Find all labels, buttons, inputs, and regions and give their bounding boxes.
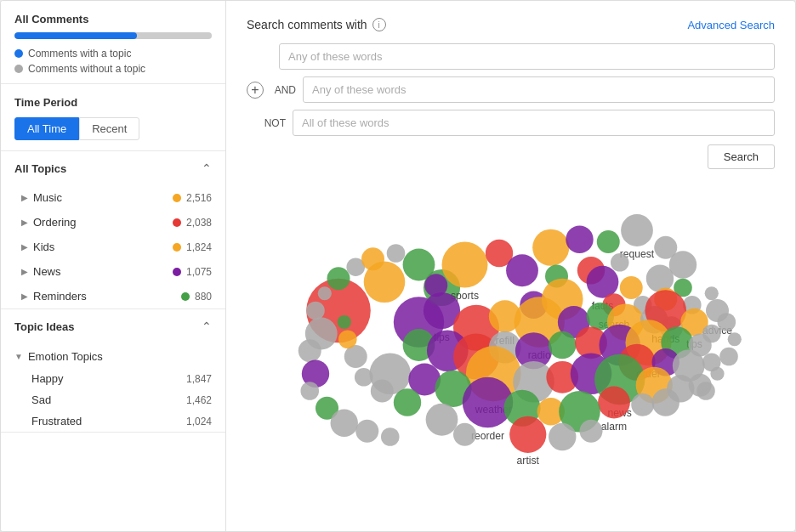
- search-input-3[interactable]: [293, 110, 775, 136]
- topic-right: 880: [181, 291, 212, 303]
- legend: Comments with a topic Comments without a…: [14, 48, 212, 75]
- emotion-sub-count: 1,024: [186, 416, 212, 427]
- svg-point-113: [306, 302, 325, 320]
- search-btn-row: Search: [247, 144, 775, 169]
- topic-arrow-icon: ▶: [21, 291, 28, 301]
- search-button[interactable]: Search: [708, 144, 775, 169]
- bubble-chart: sportsrequestfactssearchadvicetipsrefill…: [247, 176, 775, 514]
- legend-dot-without-topic: [14, 65, 23, 73]
- topic-item[interactable]: ▶ Reminders 880: [1, 284, 225, 308]
- topic-left: ▶ Ordering: [21, 216, 77, 229]
- svg-point-108: [696, 382, 715, 400]
- emotion-sub-name: Frustrated: [31, 415, 82, 427]
- svg-point-111: [728, 332, 742, 346]
- svg-point-18: [587, 266, 619, 298]
- svg-point-117: [361, 247, 384, 270]
- svg-point-88: [509, 416, 546, 453]
- topic-name: Ordering: [33, 216, 77, 229]
- search-input-1[interactable]: [279, 43, 775, 70]
- svg-point-8: [532, 229, 569, 266]
- all-topics-title: All Topics: [14, 162, 66, 175]
- emotion-sub-item[interactable]: Sad 1,462: [1, 389, 225, 410]
- svg-point-96: [355, 368, 373, 387]
- recent-button[interactable]: Recent: [79, 117, 139, 140]
- svg-point-120: [424, 274, 447, 297]
- topic-item[interactable]: ▶ News 1,075: [1, 259, 225, 284]
- search-row-3: NOT: [247, 110, 775, 136]
- emotion-sub-item[interactable]: Happy 1,847: [1, 368, 225, 389]
- topic-dot: [173, 194, 181, 202]
- advanced-search-link[interactable]: Advanced Search: [687, 19, 775, 31]
- topic-left: ▶ Music: [21, 191, 62, 204]
- topic-arrow-icon: ▶: [21, 242, 28, 252]
- search-row-1: [247, 43, 775, 70]
- svg-point-10: [597, 230, 620, 253]
- topic-item[interactable]: ▶ Music 2,516: [1, 185, 225, 210]
- topic-dot: [173, 243, 181, 252]
- topic-name: Kids: [33, 241, 54, 253]
- search-title: Search comments with i: [247, 18, 386, 31]
- topic-right: 1,075: [173, 266, 212, 278]
- time-buttons: All Time Recent: [14, 117, 212, 140]
- topic-name: News: [33, 265, 61, 278]
- svg-point-101: [298, 339, 321, 362]
- emotion-toggle-icon: ▼: [14, 352, 23, 361]
- topic-dot: [173, 218, 181, 227]
- topic-right: 1,824: [173, 241, 212, 253]
- topic-item[interactable]: ▶ Ordering 2,038: [1, 210, 225, 235]
- search-row-2: + AND: [247, 76, 775, 103]
- svg-point-20: [620, 276, 643, 299]
- main-content: Search comments with i Advanced Search +…: [226, 1, 795, 531]
- topic-ideas-section: Topic Ideas ⌃ ▼ Emotion Topics Happy 1,8…: [1, 309, 225, 433]
- svg-point-114: [318, 286, 332, 300]
- svg-point-112: [718, 313, 736, 331]
- svg-point-11: [621, 214, 653, 246]
- svg-point-81: [631, 393, 654, 416]
- topic-count: 1,824: [186, 241, 212, 253]
- all-topics-section: All Topics ⌃ ▶ Music 2,516 ▶ Ordering 2,…: [1, 151, 225, 309]
- info-icon[interactable]: i: [372, 18, 386, 31]
- sidebar: All Comments Comments with a topic Comme…: [1, 1, 226, 531]
- all-time-button[interactable]: All Time: [14, 117, 79, 140]
- topic-ideas-chevron: ⌃: [202, 320, 212, 333]
- emotion-sub-count: 1,462: [186, 394, 212, 406]
- svg-point-99: [338, 315, 351, 329]
- topic-count: 2,038: [186, 217, 212, 229]
- add-condition-button[interactable]: +: [247, 82, 264, 99]
- emotion-sub-count: 1,847: [186, 373, 212, 385]
- topic-list: ▶ Music 2,516 ▶ Ordering 2,038 ▶ Kids 1,…: [1, 185, 225, 308]
- svg-point-92: [426, 404, 458, 436]
- svg-point-94: [394, 388, 421, 416]
- topic-name: Reminders: [33, 290, 87, 303]
- svg-point-4: [442, 242, 488, 288]
- topic-arrow-icon: ▶: [21, 267, 28, 276]
- topic-ideas-header[interactable]: Topic Ideas ⌃: [1, 309, 225, 343]
- app-container: All Comments Comments with a topic Comme…: [0, 0, 796, 532]
- topic-right: 2,516: [173, 192, 212, 204]
- svg-point-82: [652, 388, 679, 416]
- search-input-2[interactable]: [303, 76, 775, 103]
- svg-point-98: [338, 330, 357, 348]
- svg-point-109: [710, 367, 724, 381]
- svg-point-17: [611, 253, 629, 272]
- progress-bar-container: [14, 32, 212, 39]
- topic-item[interactable]: ▶ Kids 1,824: [1, 235, 225, 259]
- svg-point-57: [549, 331, 576, 359]
- emotion-sub-item[interactable]: Frustrated 1,024: [1, 410, 225, 432]
- emotion-sub-name: Happy: [31, 372, 64, 385]
- svg-point-28: [705, 286, 719, 300]
- search-rows: + AND NOT: [247, 43, 775, 136]
- topic-left: ▶ Reminders: [21, 290, 87, 303]
- svg-point-110: [719, 348, 738, 366]
- svg-point-103: [300, 382, 319, 400]
- topic-left: ▶ Kids: [21, 241, 54, 253]
- svg-point-14: [669, 251, 696, 278]
- time-period-label: Time Period: [14, 96, 212, 109]
- all-topics-header[interactable]: All Topics ⌃: [1, 151, 225, 185]
- svg-point-7: [506, 254, 538, 286]
- emotion-topics-header[interactable]: ▼ Emotion Topics: [1, 343, 225, 368]
- topic-count: 880: [195, 291, 212, 303]
- svg-point-79: [598, 387, 630, 419]
- topic-name: Music: [33, 191, 62, 204]
- all-topics-chevron: ⌃: [202, 161, 212, 175]
